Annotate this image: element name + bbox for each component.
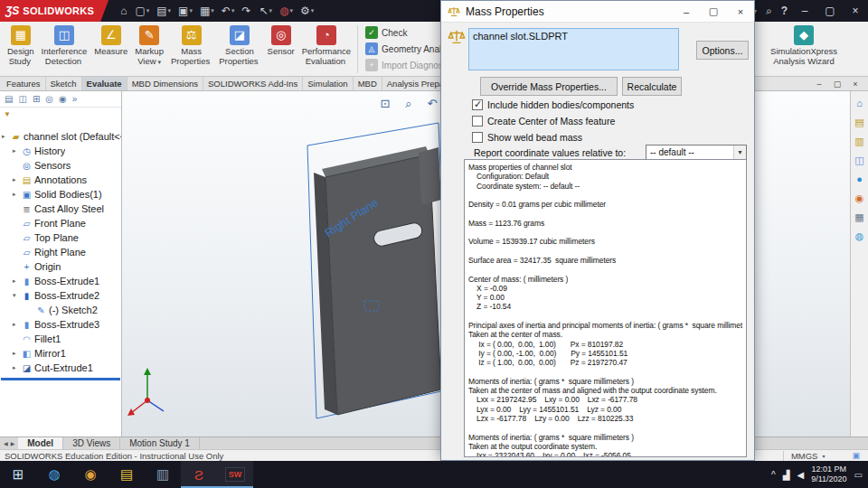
expand-arrow-icon[interactable]: ▸ [13, 191, 21, 198]
tree-item[interactable]: ▱ Front Plane [0, 216, 121, 230]
tree-item[interactable]: ▱ Top Plane [0, 230, 121, 245]
dialog-control-button[interactable]: – [673, 1, 700, 22]
tree-item[interactable]: ◠ Fillet1 [0, 332, 121, 346]
taskpane-icon[interactable]: ▥ [854, 136, 863, 146]
dialog-checkbox[interactable]: Create Center of Mass feature [472, 115, 634, 127]
custom-properties-tag-icon[interactable]: ▣ [852, 451, 860, 460]
manager-tab-icon[interactable]: » [72, 94, 78, 104]
tab-scroll-icon[interactable]: ◀ [4, 440, 8, 446]
dialog-checkbox[interactable]: Include hidden bodies/components [472, 99, 634, 110]
filter-funnel-icon[interactable]: ▼ [4, 110, 11, 118]
expand-arrow-icon[interactable]: ▸ [13, 364, 21, 371]
ribbon-button[interactable]: ∠ Measure [90, 23, 131, 75]
checkbox-box[interactable] [472, 99, 483, 110]
expand-arrow-icon[interactable]: ▸ [13, 277, 21, 285]
model-upright[interactable] [419, 147, 441, 205]
dialog-control-button[interactable]: ▢ [700, 1, 727, 22]
command-tab[interactable]: Sketch [46, 77, 82, 90]
dialog-control-button[interactable]: × [727, 1, 754, 22]
titlebar-tool-button[interactable]: ▢▾ [132, 3, 152, 19]
tree-item[interactable]: ▸ ▮ Boss-Extrude1 [0, 274, 121, 288]
doc-window-control-button[interactable]: ▢ [830, 80, 844, 89]
titlebar-tool-button[interactable]: ◍▾ [277, 3, 296, 19]
tray-icon[interactable]: ^ [771, 470, 776, 480]
checkbox-box[interactable] [472, 116, 483, 127]
tree-item[interactable]: ✎ (-) Sketch2 [0, 303, 121, 317]
command-tab[interactable]: SOLIDWORKS Add-Ins [203, 77, 303, 90]
command-tab[interactable]: Evaluate [82, 77, 127, 90]
taskbar-item[interactable]: ▤ [108, 461, 145, 488]
titlebar-tool-button[interactable]: ↷ [239, 3, 254, 19]
clock[interactable]: 12:01 PM 9/11/2020 [811, 465, 846, 484]
recalculate-button[interactable]: Recalculate [622, 77, 682, 96]
taskbar-item[interactable]: ⊞ [0, 461, 36, 488]
command-tab[interactable]: MBD Dimensions [127, 77, 203, 90]
tree-item[interactable]: ▸ ◪ Cut-Extrude1 [0, 361, 121, 375]
expand-arrow-icon[interactable]: ▾ [13, 292, 21, 299]
expand-arrow-icon[interactable]: ▸ [13, 147, 21, 155]
command-tab[interactable]: MBD [354, 77, 382, 90]
titlebar-tool-button[interactable]: ▣▾ [175, 3, 195, 19]
ribbon-button[interactable]: ✎ Markup View▾ [131, 23, 167, 75]
dialog-checkbox[interactable]: Show weld bead mass [472, 131, 634, 143]
expand-arrow-icon[interactable]: ▸ [13, 350, 21, 357]
taskbar-item[interactable]: ◍ [36, 461, 72, 488]
titlebar-tool-button[interactable]: ↶▾ [219, 3, 238, 19]
window-control-button[interactable]: – [792, 0, 817, 22]
taskpane-icon[interactable]: ▤ [854, 117, 863, 127]
tree-item[interactable]: + Origin [0, 259, 121, 274]
titlebar-tool-button[interactable]: ▦▾ [197, 3, 217, 19]
headsup-icon[interactable]: ⌕ [401, 96, 417, 112]
tree-item[interactable]: ▱ Right Plane [0, 245, 121, 259]
expand-arrow-icon[interactable]: ▸ [13, 176, 21, 183]
command-tab[interactable]: Simulation [303, 77, 353, 90]
tree-item[interactable]: ◎ Sensors [0, 158, 121, 173]
tray-icon[interactable]: ▟ [783, 470, 790, 480]
manager-tab-icon[interactable]: ⊞ [33, 94, 40, 104]
checkbox-box[interactable] [472, 132, 483, 143]
model-tab[interactable]: Model [18, 437, 63, 449]
ribbon-button[interactable]: ◎ Sensor [264, 23, 298, 75]
units-selector[interactable]: MMGS▾ [783, 451, 826, 461]
titlebar-tool-button[interactable]: ⌂ [118, 3, 130, 19]
tree-item[interactable]: ▸ ◷ History [0, 144, 121, 158]
expand-arrow-icon[interactable]: ▸ [2, 133, 10, 140]
ribbon-button[interactable]: ⚖ Mass Properties [167, 23, 215, 75]
taskpane-icon[interactable]: ● [856, 174, 863, 184]
window-control-button[interactable]: ▢ [817, 0, 843, 22]
tree-item[interactable]: ▾ ▮ Boss-Extrude2 [0, 288, 121, 303]
tab-scroll-icon[interactable]: ▶ [11, 440, 15, 446]
doc-window-control-button[interactable]: × [848, 80, 863, 89]
tree-item[interactable]: ≣ Cast Alloy Steel [0, 202, 121, 216]
ribbon-button[interactable]: ◫ Interference Detection [38, 23, 91, 75]
tray-icon[interactable]: ◀ [797, 470, 804, 480]
document-name-field[interactable]: channel slot.SLDPRT [468, 28, 679, 70]
taskbar-item[interactable]: SW [217, 461, 253, 488]
tree-item[interactable]: ▸ ▣ Solid Bodies(1) [0, 187, 121, 202]
model-tab[interactable]: Motion Study 1 [120, 437, 200, 449]
override-mass-properties-button[interactable]: Override Mass Properties... [480, 77, 618, 96]
titlebar-tool-button[interactable]: ▤▾ [154, 3, 174, 19]
titlebar-tool-button[interactable]: ⚙▾ [297, 3, 316, 19]
tree-item[interactable]: ▸ ▮ Boss-Extrude3 [0, 317, 121, 332]
coordinate-system-dropdown[interactable]: -- default -- ▼ [646, 145, 747, 160]
manager-tab-icon[interactable]: ◫ [18, 94, 26, 104]
options-button[interactable]: Options... [696, 41, 749, 60]
dropdown-caret-icon[interactable]: ▼ [733, 145, 746, 159]
action-center-icon[interactable]: ▭ [854, 470, 863, 480]
help-icon[interactable]: ? [777, 5, 792, 17]
taskpane-icon[interactable]: ▦ [854, 212, 863, 222]
window-control-button[interactable]: × [843, 0, 868, 22]
taskpane-icon[interactable]: ◫ [854, 155, 863, 165]
tree-item[interactable]: ▸ ▰ channel slot (Default<<D [0, 129, 121, 144]
manager-tab-icon[interactable]: ▤ [5, 94, 13, 104]
manager-tab-icon[interactable]: ◎ [45, 94, 53, 104]
command-tab[interactable]: Features [2, 77, 46, 90]
mass-properties-results[interactable]: Mass properties of channel slot Configur… [464, 159, 747, 457]
search-icon[interactable]: ⌕ [761, 5, 777, 17]
taskbar-item[interactable]: Ƨ [181, 461, 217, 488]
model-tab[interactable]: 3D Views [63, 437, 120, 449]
ribbon-button[interactable]: ◔ Performance Evaluation [298, 23, 354, 75]
ribbon-button[interactable]: ▦ Design Study [4, 23, 38, 75]
rollback-bar[interactable] [1, 378, 120, 380]
